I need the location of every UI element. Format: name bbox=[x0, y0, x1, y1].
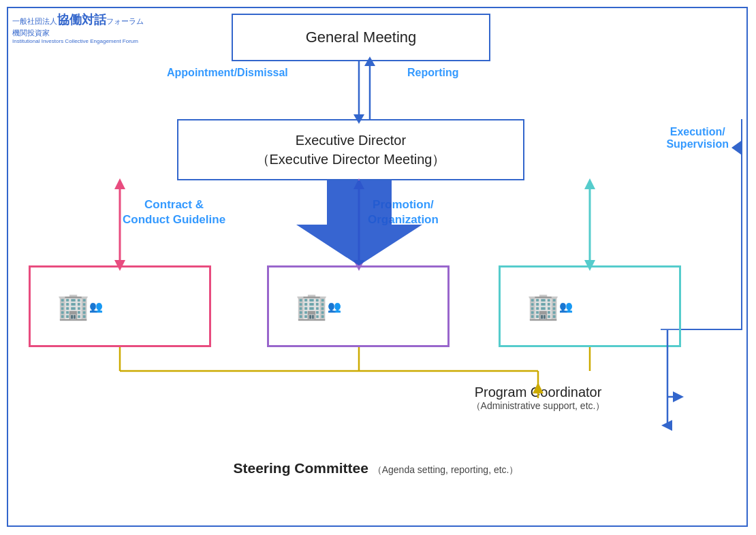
footer-label: ⓘ Institutional Investors Collective Eng… bbox=[19, 502, 359, 523]
investor-label-center: InstitutionalInvestor bbox=[344, 289, 418, 323]
contract-conduct-label: Contract &Conduct Guideline bbox=[123, 197, 225, 227]
program-coordinator-sub: （Administrative support, etc.） bbox=[471, 400, 605, 412]
steering-committee-box: Steering Committee （Agenda setting, repo… bbox=[29, 449, 723, 487]
investor-icon-left: 🏢👥 bbox=[61, 288, 99, 325]
investor-label-right: InstitutionalInvestor bbox=[576, 289, 649, 323]
general-meeting-box: General Meeting bbox=[232, 14, 490, 61]
steering-label: Steering Committee （Agenda setting, repo… bbox=[233, 460, 518, 476]
exec-director-label: Executive Director （Executive Director M… bbox=[256, 131, 446, 169]
investor-label-left: InstitutionalInvestor bbox=[106, 289, 179, 323]
right-side-line bbox=[741, 119, 742, 330]
investor-icon-right: 🏢👥 bbox=[531, 288, 569, 325]
general-meeting-label: General Meeting bbox=[306, 29, 417, 46]
logo-bold-text: 協働対話 bbox=[57, 13, 106, 27]
institutional-investor-right: 🏢👥 InstitutionalInvestor bbox=[499, 265, 681, 347]
reporting-label: Reporting bbox=[407, 67, 459, 79]
execution-supervision-label: Execution/Supervision bbox=[666, 126, 729, 150]
footer-icon: ⓘ bbox=[19, 502, 34, 523]
investor-icon-center: 🏢👥 bbox=[300, 288, 337, 325]
institutional-investor-center: 🏢👥 InstitutionalInvestor bbox=[267, 265, 450, 347]
exec-director-box: Executive Director （Executive Director M… bbox=[177, 119, 524, 180]
institutional-investor-left: 🏢👥 InstitutionalInvestor bbox=[29, 265, 211, 347]
program-coordinator-box: Program Coordinator （Administrative supp… bbox=[409, 371, 667, 425]
promotion-organization-label: Promotion/Organization bbox=[368, 197, 439, 227]
appointment-dismissal-label: Appointment/Dismissal bbox=[167, 67, 288, 79]
logo-area: 一般社団法人協働対話フォーラム 機関投資家 Institutional Inve… bbox=[12, 12, 148, 44]
program-coordinator-label: Program Coordinator bbox=[475, 385, 602, 400]
logo-english: Institutional Investors Collective Engag… bbox=[12, 38, 148, 44]
logo-japanese: 一般社団法人協働対話フォーラム 機関投資家 bbox=[12, 12, 148, 38]
right-exec-arrow bbox=[731, 141, 741, 155]
